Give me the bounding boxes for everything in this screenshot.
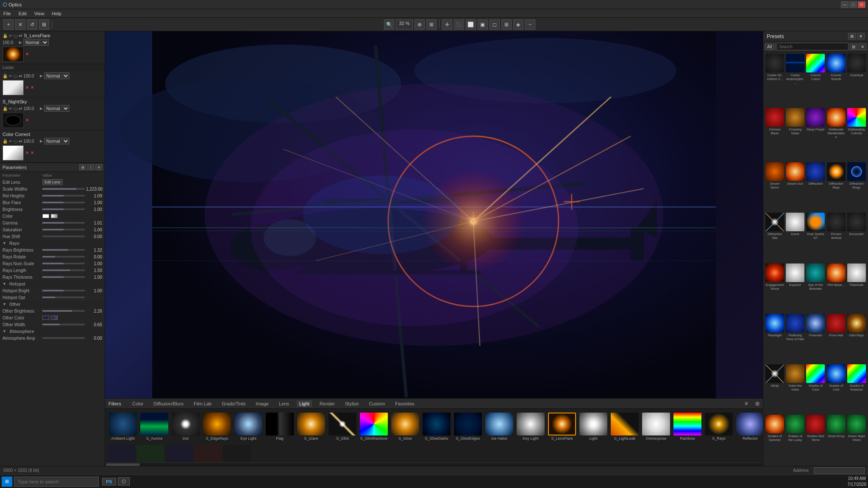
zoom-fit-btn[interactable]: ⊞ xyxy=(426,19,437,30)
preset-item-23[interactable]: Film Basic... xyxy=(826,263,846,313)
effect-close-2b[interactable]: ✕ xyxy=(31,85,34,90)
slider-track-5[interactable] xyxy=(42,222,85,224)
minimize-button[interactable]: — xyxy=(841,1,849,8)
preset-item-2[interactable]: Cosmic Colors xyxy=(806,54,825,107)
tool-remove[interactable]: ✕ xyxy=(15,19,25,30)
presets-options-btn[interactable]: ⊞ xyxy=(850,44,857,50)
preset-item-28[interactable]: From Hell xyxy=(826,314,846,363)
presets-search-input[interactable] xyxy=(777,43,849,50)
preset-item-1[interactable]: Cooke Anamorphic... xyxy=(785,54,805,107)
taskbar-photoshop[interactable]: PS xyxy=(102,478,116,485)
filter-item-rays[interactable]: S_Rays xyxy=(704,413,734,441)
filters-expand[interactable]: ⊞ xyxy=(755,401,760,407)
effect-close-1[interactable]: ✕ xyxy=(25,52,29,56)
slider-track-16[interactable] xyxy=(42,324,85,325)
slider-track-4[interactable] xyxy=(42,208,85,210)
effect-close-3[interactable]: ✕ xyxy=(25,118,29,122)
preset-item-5[interactable]: Crimson Blaze xyxy=(765,108,785,161)
preset-item-3[interactable]: Cosmic Shards xyxy=(826,54,846,107)
effect-blend-4[interactable]: Normal xyxy=(44,138,70,144)
preset-item-10[interactable]: Desert Storm xyxy=(765,162,785,212)
color-swatch-other-gradient[interactable] xyxy=(51,316,58,320)
slider-track-11[interactable] xyxy=(42,269,85,271)
preset-item-33[interactable]: Grades of Cool xyxy=(826,364,846,414)
filter-tab-image[interactable]: Image xyxy=(253,400,272,407)
preset-item-38[interactable]: Green Envy xyxy=(826,415,846,464)
slider-track-15[interactable] xyxy=(42,310,85,312)
slider-track-10[interactable] xyxy=(42,263,85,264)
preset-item-9[interactable]: Deliberately Colorful xyxy=(847,108,866,161)
filter-row2-item2[interactable] xyxy=(136,445,164,462)
filter-item-glowdarks[interactable]: S_GlowDarks xyxy=(421,413,452,441)
param-edit-lens[interactable]: Edit Lens Edit Lens xyxy=(0,179,105,186)
preset-item-24[interactable]: Flashbulb xyxy=(847,263,866,313)
presets-view-btn[interactable]: ⊞ xyxy=(848,33,856,39)
preset-item-25[interactable]: Flashlight xyxy=(765,314,785,363)
params-btn-2[interactable]: ↕ xyxy=(87,164,94,170)
presets-close-btn[interactable]: ✕ xyxy=(857,33,865,39)
filter-item-glowedges[interactable]: S_GlowEdges xyxy=(453,413,483,441)
menu-edit[interactable]: Edit xyxy=(17,10,28,17)
tool-settings[interactable]: ⊞ xyxy=(39,19,49,30)
filter-item-aurora[interactable]: S_Aurora xyxy=(139,413,170,441)
filter-item-light[interactable]: Light xyxy=(578,413,609,441)
filter-tab-filmlab[interactable]: Film Lab xyxy=(191,400,214,407)
slider-track-3[interactable] xyxy=(42,202,85,203)
preset-item-34[interactable]: Grades of Rainbow xyxy=(847,364,866,414)
presets-close-btn2[interactable]: ✕ xyxy=(859,44,866,50)
taskbar-optics[interactable]: ⬡ xyxy=(118,477,130,485)
filter-item-edgerays[interactable]: S_EdgeRays xyxy=(202,413,232,441)
params-close[interactable]: ✕ xyxy=(95,164,102,170)
tool-select1[interactable]: ⬜ xyxy=(466,19,476,30)
menu-view[interactable]: View xyxy=(33,10,46,17)
effect-blend-3[interactable]: Normal xyxy=(44,105,70,112)
slider-track-2[interactable] xyxy=(42,195,85,197)
address-input[interactable] xyxy=(814,467,865,474)
filter-tab-favorites[interactable]: Favorites xyxy=(392,400,417,407)
slider-track-9[interactable] xyxy=(42,256,85,258)
preset-item-4[interactable]: Cosmical xyxy=(847,54,866,107)
menu-file[interactable]: File xyxy=(2,10,13,17)
menu-help[interactable]: Help xyxy=(50,10,63,17)
color-swatch-main[interactable] xyxy=(42,214,49,218)
filters-close[interactable]: ✕ xyxy=(744,401,748,407)
filter-row2-item5[interactable] xyxy=(223,445,251,462)
filter-item-glintrainbow[interactable]: S_GlintRainbow xyxy=(359,413,389,441)
slider-track-6[interactable] xyxy=(42,229,85,230)
preset-item-8[interactable]: Deliberate Manifestation xyxy=(826,108,846,161)
filter-item-glint[interactable]: S_Glint xyxy=(327,413,358,441)
preset-item-13[interactable]: Diffraction Rays xyxy=(826,162,846,212)
effect-close-4b[interactable]: ✕ xyxy=(31,150,34,155)
preset-item-18[interactable]: DVcam Vertical xyxy=(826,213,846,262)
preset-item-17[interactable]: Dual Jewels GT xyxy=(806,213,825,262)
filter-row2-item4[interactable] xyxy=(194,445,222,462)
preset-item-35[interactable]: Grades of Summer xyxy=(765,415,785,464)
preset-item-30[interactable]: Glinty xyxy=(765,364,785,414)
preset-item-39[interactable]: Green Night Vision xyxy=(847,415,866,464)
preset-item-7[interactable]: Deep Purple xyxy=(806,108,825,161)
filter-tab-lens[interactable]: Lens xyxy=(276,400,292,407)
param-group-atmosphere[interactable]: ▼ Atmosphere xyxy=(0,328,105,335)
filter-tab-stylize[interactable]: Stylize xyxy=(342,400,361,407)
filter-row2-item1[interactable] xyxy=(108,445,136,462)
filter-item-glow[interactable]: S_Glow xyxy=(390,413,420,441)
tool-preview2[interactable]: ◈ xyxy=(513,19,523,30)
color-swatch-other[interactable] xyxy=(42,316,49,320)
viewport[interactable] xyxy=(105,31,763,398)
preset-item-31[interactable]: Gobo the Hobo xyxy=(785,364,805,414)
param-group-other[interactable]: ▼ Other xyxy=(0,301,105,308)
preset-item-37[interactable]: Grades Red Terror xyxy=(806,415,825,464)
preset-item-26[interactable]: Fluttering Fans of Fate xyxy=(785,314,805,363)
preset-item-29[interactable]: Glint Rays xyxy=(847,314,866,363)
taskbar-search-input[interactable] xyxy=(14,477,99,487)
slider-track-17[interactable] xyxy=(42,337,85,339)
tool-reset[interactable]: ↺ xyxy=(27,19,37,30)
effect-blend-1[interactable]: Normal xyxy=(23,39,49,46)
filter-tab-diffusion[interactable]: Diffusion/Blurs xyxy=(151,400,186,407)
zoom-out-btn[interactable]: 🔍 xyxy=(384,19,394,30)
slider-track-12[interactable] xyxy=(42,276,85,278)
preset-item-36[interactable]: Grades of the Lucky xyxy=(785,415,805,464)
preset-item-12[interactable]: Diffraction xyxy=(806,162,825,212)
effect-blend-2[interactable]: Normal xyxy=(44,72,70,79)
preset-item-11[interactable]: Desert Sun xyxy=(785,162,805,212)
